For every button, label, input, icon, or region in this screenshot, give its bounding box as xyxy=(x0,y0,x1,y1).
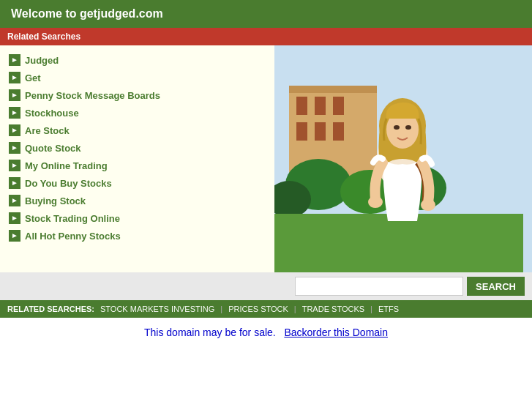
list-item: ► Penny Stock Message Boards xyxy=(7,86,267,104)
arrow-icon: ► xyxy=(9,72,20,83)
link-stockhouse[interactable]: Stockhouse xyxy=(25,108,79,119)
link-get[interactable]: Get xyxy=(25,72,41,83)
bottom-related-label: RELATED SEARCHES: xyxy=(7,305,94,313)
arrow-icon: ► xyxy=(9,54,20,66)
arrow-icon: ► xyxy=(9,124,20,136)
left-panel: ► Judged ► Get ► Penny Stock Message Boa… xyxy=(0,45,274,272)
hero-photo xyxy=(274,45,532,272)
svg-rect-7 xyxy=(333,122,344,141)
list-item: ► Stock Trading Online xyxy=(7,209,267,227)
svg-point-17 xyxy=(394,125,400,130)
hero-svg xyxy=(274,45,532,272)
bottom-link-prices-stock[interactable]: PRICES STOCK xyxy=(228,305,288,313)
link-hot-penny-stocks[interactable]: All Hot Penny Stocks xyxy=(25,231,121,242)
arrow-icon: ► xyxy=(9,195,20,206)
related-bar-label: Related Searches xyxy=(7,31,80,42)
svg-rect-5 xyxy=(296,122,307,141)
svg-point-20 xyxy=(421,199,435,211)
arrow-icon: ► xyxy=(9,107,20,119)
bottom-link-stock-markets[interactable]: STOCK MARKETS INVESTING xyxy=(100,305,214,313)
bottom-related-bar: RELATED SEARCHES: STOCK MARKETS INVESTIN… xyxy=(0,300,532,318)
bottom-link-etfs[interactable]: ETFS xyxy=(378,305,399,313)
svg-rect-8 xyxy=(289,86,377,93)
related-searches-bar: Related Searches xyxy=(0,28,532,45)
list-item: ► Judged xyxy=(7,51,267,69)
arrow-icon: ► xyxy=(9,212,20,224)
arrow-icon: ► xyxy=(9,142,20,154)
backorder-link[interactable]: Backorder this Domain xyxy=(284,327,388,338)
list-item: ► Get xyxy=(7,69,267,86)
arrow-icon: ► xyxy=(9,230,20,242)
link-stock-trading-online[interactable]: Stock Trading Online xyxy=(25,213,120,224)
separator-2: | xyxy=(294,305,296,313)
list-item: ► Quote Stock xyxy=(7,139,267,157)
header-title: Welcome to getjudged.com xyxy=(11,7,163,20)
list-item: ► Stockhouse xyxy=(7,104,267,122)
list-item: ► Are Stock xyxy=(7,122,267,139)
search-button[interactable]: SEARCH xyxy=(467,277,525,296)
footer-text: This domain may be for sale. xyxy=(144,327,276,338)
main-content: ► Judged ► Get ► Penny Stock Message Boa… xyxy=(0,45,532,272)
link-judged[interactable]: Judged xyxy=(25,55,59,66)
link-quote-stock[interactable]: Quote Stock xyxy=(25,143,81,154)
list-item: ► All Hot Penny Stocks xyxy=(7,227,267,245)
link-penny-stock[interactable]: Penny Stock Message Boards xyxy=(25,90,160,101)
svg-point-19 xyxy=(368,196,383,208)
link-buying-stock[interactable]: Buying Stock xyxy=(25,195,86,206)
right-panel xyxy=(274,45,532,272)
search-input[interactable] xyxy=(295,277,463,296)
arrow-icon: ► xyxy=(9,160,20,171)
footer: This domain may be for sale. Backorder t… xyxy=(0,318,532,347)
svg-rect-4 xyxy=(333,97,344,115)
separator-1: | xyxy=(220,305,222,313)
svg-rect-6 xyxy=(315,122,326,141)
page-header: Welcome to getjudged.com xyxy=(0,0,532,28)
separator-3: | xyxy=(370,305,372,313)
list-item: ► Do You Buy Stocks xyxy=(7,174,267,192)
bottom-link-trade-stocks[interactable]: TRADE STOCKS xyxy=(302,305,364,313)
arrow-icon: ► xyxy=(9,89,20,101)
link-online-trading[interactable]: My Online Trading xyxy=(25,160,108,171)
arrow-icon: ► xyxy=(9,177,20,189)
link-buy-stocks[interactable]: Do You Buy Stocks xyxy=(25,178,112,189)
list-item: ► Buying Stock xyxy=(7,192,267,209)
list-item: ► My Online Trading xyxy=(7,157,267,174)
svg-rect-2 xyxy=(296,97,307,115)
search-area: SEARCH xyxy=(0,272,532,300)
link-are-stock[interactable]: Are Stock xyxy=(25,125,70,136)
svg-rect-3 xyxy=(315,97,326,115)
svg-rect-13 xyxy=(274,214,523,272)
svg-point-18 xyxy=(405,125,411,130)
